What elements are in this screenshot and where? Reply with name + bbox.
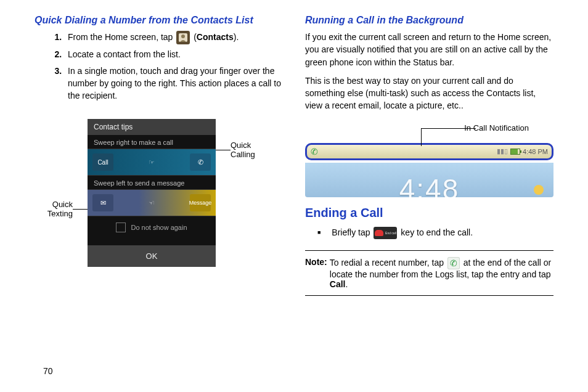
msg-label: Message xyxy=(189,200,212,206)
note-label: Note: xyxy=(305,257,327,289)
ending-call-heading: Ending a Call xyxy=(305,206,553,220)
step-1-text-c: ). xyxy=(234,32,239,42)
call-label-box: Call xyxy=(92,153,113,171)
note-text-c: . xyxy=(345,279,348,289)
step-1: From the Home screen, tap (Contacts). xyxy=(64,31,283,44)
bullet-text-a: Briefly tap xyxy=(332,227,372,237)
do-not-show-row: Do not show again xyxy=(88,216,216,239)
page-number: 70 xyxy=(43,366,53,376)
ending-call-list: Briefly tap End call key to end the call… xyxy=(305,226,553,239)
end-call-icon: End call xyxy=(374,227,397,239)
leader-line-right xyxy=(216,150,231,150)
phone-screenshot: Contact tips Sweep right to make a call … xyxy=(88,119,216,267)
leader-line-left xyxy=(73,209,88,210)
note-box: Note: To redial a recent number, tap ✆ a… xyxy=(305,250,553,296)
phone-title-bar: Contact tips xyxy=(88,119,216,135)
hint-call: Sweep right to make a call xyxy=(88,135,216,149)
note-text: To redial a recent number, tap ✆ at the … xyxy=(330,257,553,289)
hand-swipe-left-icon: ☜ xyxy=(149,199,155,207)
end-call-icon-text: End call xyxy=(385,232,396,235)
svg-point-1 xyxy=(181,35,185,38)
row-message: ✉ ☜ Message xyxy=(88,190,216,216)
in-call-figure: In Call Notification ✆ ▮▮▯ 4:48 PM 4:48 xyxy=(305,126,553,197)
msg-label-box: Message xyxy=(190,194,211,211)
step-2: Locate a contact from the list. xyxy=(64,48,283,60)
battery-icon xyxy=(510,149,520,155)
figure-label-right: Quick Calling xyxy=(231,184,269,202)
step-3: In a single motion, touch and drag your … xyxy=(64,65,283,102)
background-call-p2: This is the best way to stay on your cur… xyxy=(305,75,553,112)
hand-swipe-right-icon: ☞ xyxy=(149,158,155,166)
note-bold: Call xyxy=(330,279,346,289)
status-phone-icon: ✆ xyxy=(311,147,318,157)
note-text-a: To redial a recent number, tap xyxy=(330,258,446,267)
label-quick-calling-b: Calling xyxy=(231,150,269,159)
bullet-text-b: key to end the call. xyxy=(401,227,473,237)
contacts-icon xyxy=(176,31,190,44)
signal-icon: ▮▮▯ xyxy=(497,147,508,155)
hint-msg: Sweep left to send a message xyxy=(88,176,216,190)
call-phone-icon: ✆ xyxy=(190,153,211,171)
row-call: Call ☞ ✆ xyxy=(88,149,216,176)
quick-dial-heading: Quick Dialing a Number from the Contacts… xyxy=(35,15,283,26)
quick-dial-figure: Quick Texting Contact tips Sweep right t… xyxy=(35,119,283,267)
dial-icon: ✆ xyxy=(447,257,460,269)
right-column: Running a Call in the Background If you … xyxy=(305,15,553,380)
in-call-leader-line xyxy=(421,128,476,146)
left-column: Quick Dialing a Number from the Contacts… xyxy=(35,15,283,380)
background-call-heading: Running a Call in the Background xyxy=(305,15,553,26)
call-label: Call xyxy=(97,159,108,166)
label-quick-calling-a: Quick xyxy=(231,141,269,150)
status-time: 4:48 PM xyxy=(523,148,548,155)
label-quick-texting-a: Quick xyxy=(35,200,73,209)
checkbox-icon xyxy=(116,223,126,232)
msg-envelope-icon: ✉ xyxy=(92,194,113,211)
ending-call-bullet: Briefly tap End call key to end the call… xyxy=(332,226,553,239)
background-call-p1: If you exit the current call screen and … xyxy=(305,31,553,68)
home-screen-peek: 4:48 xyxy=(305,163,553,197)
figure-label-left: Quick Texting xyxy=(35,184,73,202)
quick-dial-steps: From the Home screen, tap (Contacts). Lo… xyxy=(35,31,283,105)
clock-widget: 4:48 xyxy=(399,173,460,197)
step-1-bold: Contacts xyxy=(197,32,234,42)
step-1-text-a: From the Home screen, tap xyxy=(68,32,175,42)
weather-sun-icon xyxy=(534,185,544,195)
ok-button: OK xyxy=(88,245,216,267)
label-quick-texting-b: Texting xyxy=(35,209,73,218)
do-not-show-label: Do not show again xyxy=(131,224,187,231)
